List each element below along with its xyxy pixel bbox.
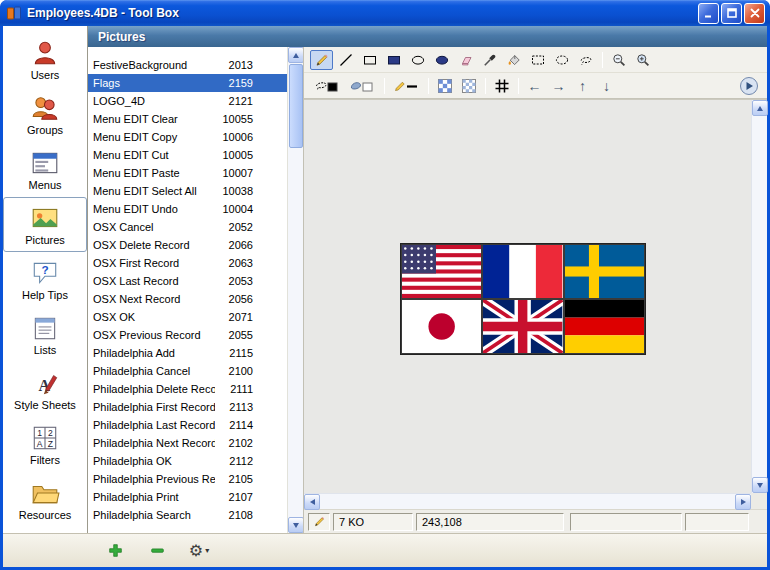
line-button[interactable]: [334, 50, 357, 70]
zoom-out-button[interactable]: [607, 50, 630, 70]
list-item[interactable]: Philadelphia Last Record2114: [88, 416, 287, 434]
fill-pattern-button[interactable]: [345, 76, 379, 96]
list-item[interactable]: Menu EDIT Copy10006: [88, 128, 287, 146]
list-item[interactable]: Philadelphia Previous Record2105: [88, 470, 287, 488]
list-item[interactable]: OSX Next Record2056: [88, 290, 287, 308]
sidebar-item-lists[interactable]: Lists: [3, 307, 87, 362]
canvas-horizontal-scrollbar[interactable]: [304, 493, 751, 509]
scrollbar-thumb[interactable]: [289, 64, 303, 148]
sidebar-item-style-sheets[interactable]: AStyle Sheets: [3, 362, 87, 417]
resources-icon: [30, 478, 60, 508]
picture-id: 2111: [215, 383, 287, 395]
add-button[interactable]: [103, 539, 127, 563]
minimize-button[interactable]: [698, 3, 719, 24]
sidebar-item-resources[interactable]: Resources: [3, 472, 87, 527]
arrow-left-button[interactable]: ←: [523, 76, 546, 96]
sidebar-item-filters[interactable]: 12AZFilters: [3, 417, 87, 472]
sidebar: UsersGroupsMenusPictures?Help TipsListsA…: [3, 26, 88, 533]
go-button[interactable]: [738, 75, 759, 96]
list-item[interactable]: OSX First Record2063: [88, 254, 287, 272]
lasso-button[interactable]: [574, 50, 597, 70]
list-item[interactable]: OSX Previous Record2055: [88, 326, 287, 344]
list-item[interactable]: FestiveBackground2013: [88, 56, 287, 74]
scroll-down-button[interactable]: [752, 477, 768, 493]
sidebar-item-label: Resources: [19, 509, 72, 521]
gear-button[interactable]: ⚙▾: [187, 539, 211, 563]
line-width-button[interactable]: [389, 76, 423, 96]
rectangle-button[interactable]: [358, 50, 381, 70]
filters-icon: 12AZ: [30, 423, 60, 453]
eyedropper-button[interactable]: [478, 50, 501, 70]
scroll-left-button[interactable]: [304, 494, 320, 510]
list-scrollbar[interactable]: [287, 47, 303, 533]
paint-bucket-button[interactable]: [502, 50, 525, 70]
mosaic-dense-button[interactable]: [457, 76, 480, 96]
mosaic-dense-icon: [461, 78, 477, 94]
arrow-right-button[interactable]: →: [547, 76, 570, 96]
list-item[interactable]: Philadelphia First Record2113: [88, 398, 287, 416]
canvas-vertical-scrollbar[interactable]: [751, 100, 767, 493]
list-item[interactable]: LOGO_4D2121: [88, 92, 287, 110]
remove-button[interactable]: [145, 539, 169, 563]
list-item[interactable]: Philadelphia OK2112: [88, 452, 287, 470]
filled-rectangle-button[interactable]: [382, 50, 405, 70]
list-item[interactable]: Flags2159: [88, 74, 287, 92]
sidebar-item-menus[interactable]: Menus: [3, 142, 87, 197]
grid-crosshair-button[interactable]: [490, 76, 513, 96]
scroll-right-button[interactable]: [735, 494, 751, 510]
picture-id: 2053: [215, 275, 287, 287]
list-item[interactable]: Menu EDIT Undo10004: [88, 200, 287, 218]
list-item[interactable]: OSX OK2071: [88, 308, 287, 326]
arrow-left-icon: ←: [528, 79, 542, 93]
status-extra-cell-2: [685, 513, 749, 531]
ellipse-button[interactable]: [406, 50, 429, 70]
list-item[interactable]: Philadelphia Next Record2102: [88, 434, 287, 452]
sidebar-item-users[interactable]: Users: [3, 32, 87, 87]
list-item[interactable]: Menu EDIT Select All10038: [88, 182, 287, 200]
picture-name: Philadelphia Search: [88, 509, 215, 521]
scroll-track[interactable]: [288, 149, 303, 517]
drawing-canvas[interactable]: [304, 100, 751, 493]
list-item[interactable]: Menu EDIT Cut10005: [88, 146, 287, 164]
titlebar[interactable]: Employees.4DB - Tool Box: [0, 0, 770, 26]
arrow-up-button[interactable]: ↑: [571, 76, 594, 96]
picture-id: 2066: [215, 239, 287, 251]
lists-icon: [30, 313, 60, 343]
marquee-rect-button[interactable]: [526, 50, 549, 70]
picture-id: 2121: [215, 95, 287, 107]
marquee-oval-button[interactable]: [550, 50, 573, 70]
right-triangle-icon: [741, 499, 746, 505]
editor-toolbar-row1: [304, 47, 767, 73]
zoom-in-button[interactable]: [631, 50, 654, 70]
list-item[interactable]: OSX Last Record2053: [88, 272, 287, 290]
foreground-color-button[interactable]: [310, 76, 344, 96]
list-item[interactable]: Menu EDIT Paste10007: [88, 164, 287, 182]
list-item[interactable]: Menu EDIT Clear10055: [88, 110, 287, 128]
pencil-button[interactable]: [310, 50, 333, 70]
sidebar-item-pictures[interactable]: Pictures: [3, 197, 87, 252]
list-item[interactable]: Philadelphia Cancel2100: [88, 362, 287, 380]
sidebar-item-label: Filters: [30, 454, 60, 466]
scroll-up-button[interactable]: [288, 47, 304, 63]
list-item[interactable]: Philadelphia Print2107: [88, 488, 287, 506]
arrow-down-button[interactable]: ↓: [595, 76, 618, 96]
list-item[interactable]: OSX Delete Record2066: [88, 236, 287, 254]
filled-ellipse-button[interactable]: [430, 50, 453, 70]
scroll-up-button[interactable]: [752, 100, 768, 116]
sidebar-item-groups[interactable]: Groups: [3, 87, 87, 142]
mosaic-button[interactable]: [433, 76, 456, 96]
canvas-area: [304, 99, 767, 509]
list-item[interactable]: OSX Cancel2052: [88, 218, 287, 236]
sidebar-item-help-tips[interactable]: ?Help Tips: [3, 252, 87, 307]
eraser-button[interactable]: [454, 50, 477, 70]
scroll-down-button[interactable]: [288, 517, 304, 533]
list-item[interactable]: Philadelphia Add2115: [88, 344, 287, 362]
status-tool-cell: [308, 513, 330, 531]
svg-text:A: A: [37, 439, 43, 449]
maximize-button[interactable]: [721, 3, 742, 24]
close-button[interactable]: [744, 3, 765, 24]
sidebar-item-label: Menus: [28, 179, 61, 191]
list-item[interactable]: Philadelphia Search2108: [88, 506, 287, 524]
list-item[interactable]: Philadelphia Delete Record2111: [88, 380, 287, 398]
toolbox-window: Employees.4DB - Tool Box UsersGroupsMenu…: [0, 0, 770, 570]
